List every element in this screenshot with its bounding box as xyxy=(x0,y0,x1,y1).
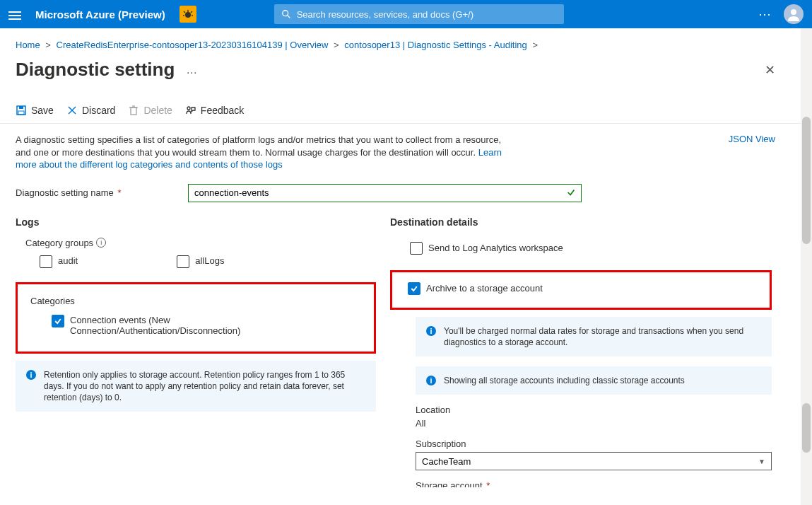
json-view-link[interactable]: JSON View xyxy=(729,134,775,171)
svg-text:i: i xyxy=(30,371,32,379)
svg-line-2 xyxy=(184,11,185,13)
subscription-select[interactable]: CacheTeam ▼ xyxy=(416,452,772,470)
classic-info-box: i Showing all storage accounts including… xyxy=(416,366,772,395)
breadcrumb: Home > CreateRedisEnterprise-contosoper1… xyxy=(0,28,812,53)
location-label: Location xyxy=(416,405,772,415)
info-icon: i xyxy=(25,369,37,381)
save-button[interactable]: Save xyxy=(16,105,54,116)
archive-storage-checkbox[interactable] xyxy=(408,282,420,295)
svg-text:i: i xyxy=(430,327,432,335)
archive-highlighted-section: Archive to a storage account xyxy=(390,270,772,310)
subscription-label: Subscription xyxy=(416,439,772,449)
more-menu-icon[interactable]: ⋯ xyxy=(758,6,772,22)
help-icon[interactable]: i xyxy=(96,238,106,248)
feedback-icon xyxy=(185,105,196,116)
archive-storage-label: Archive to a storage account xyxy=(426,283,543,294)
page-title: Diagnostic setting xyxy=(16,59,175,81)
svg-point-6 xyxy=(282,11,288,16)
categories-highlighted-section: Categories Connection events (New Connec… xyxy=(16,282,376,354)
scrollbar-thumb[interactable] xyxy=(802,117,811,244)
connection-events-checkbox[interactable] xyxy=(52,315,64,327)
logs-heading: Logs xyxy=(16,216,376,228)
info-icon: i xyxy=(425,325,437,337)
delete-icon xyxy=(128,105,139,116)
scrollbar-thumb[interactable] xyxy=(802,403,811,453)
scrollbar[interactable] xyxy=(801,28,812,505)
audit-checkbox[interactable] xyxy=(40,255,52,268)
info-icon: i xyxy=(425,375,437,386)
setting-name-label: Diagnostic setting name * xyxy=(16,187,188,198)
chevron-down-icon: ▼ xyxy=(758,458,765,465)
audit-label: audit xyxy=(58,255,78,266)
breadcrumb-home[interactable]: Home xyxy=(16,40,40,50)
search-placeholder: Search resources, services, and docs (G+… xyxy=(297,9,473,20)
all-logs-label: allLogs xyxy=(195,255,224,266)
valid-check-icon xyxy=(566,187,576,200)
global-search[interactable]: Search resources, services, and docs (G+… xyxy=(274,4,564,24)
breadcrumb-deployment[interactable]: CreateRedisEnterprise-contosoper13-20230… xyxy=(57,40,329,50)
description-text: A diagnostic setting specifies a list of… xyxy=(16,134,510,171)
location-value: All xyxy=(416,418,772,429)
storage-account-label: Storage account * xyxy=(416,480,772,487)
category-groups-label: Category groups i xyxy=(25,238,376,248)
preview-bug-icon[interactable] xyxy=(180,6,196,23)
brand-title: Microsoft Azure (Preview) xyxy=(35,8,165,21)
command-bar: Save Discard Delete Feedback xyxy=(0,96,812,124)
svg-rect-14 xyxy=(131,108,136,115)
all-logs-checkbox[interactable] xyxy=(177,255,189,268)
destination-heading: Destination details xyxy=(390,216,772,228)
hamburger-menu-icon[interactable] xyxy=(8,9,21,19)
user-avatar[interactable] xyxy=(784,4,804,24)
svg-point-17 xyxy=(187,107,190,110)
log-analytics-label: Send to Log Analytics workspace xyxy=(428,243,563,253)
setting-name-input[interactable] xyxy=(188,184,582,202)
close-panel-icon[interactable]: ✕ xyxy=(765,62,775,78)
connection-events-label: Connection events (New Connection/Authen… xyxy=(70,315,310,336)
svg-line-7 xyxy=(287,16,290,18)
svg-point-8 xyxy=(791,9,796,15)
svg-point-0 xyxy=(185,12,191,18)
retention-info-box: i Retention only applies to storage acco… xyxy=(16,361,376,412)
discard-button[interactable]: Discard xyxy=(66,105,115,116)
azure-top-bar: Microsoft Azure (Preview) Search resourc… xyxy=(0,0,812,28)
svg-rect-10 xyxy=(19,106,23,109)
delete-button: Delete xyxy=(128,105,172,116)
search-icon xyxy=(281,9,291,19)
svg-line-3 xyxy=(191,11,192,13)
charge-info-box: i You'll be charged normal data rates fo… xyxy=(416,317,772,356)
save-icon xyxy=(16,105,27,116)
svg-text:i: i xyxy=(430,376,432,385)
log-analytics-checkbox[interactable] xyxy=(410,242,423,255)
breadcrumb-resource[interactable]: contosoper13 | Diagnostic Settings - Aud… xyxy=(344,40,526,50)
discard-icon xyxy=(66,105,78,116)
feedback-button[interactable]: Feedback xyxy=(185,105,244,116)
categories-label: Categories xyxy=(30,296,371,306)
page-more-icon[interactable]: … xyxy=(186,64,197,76)
